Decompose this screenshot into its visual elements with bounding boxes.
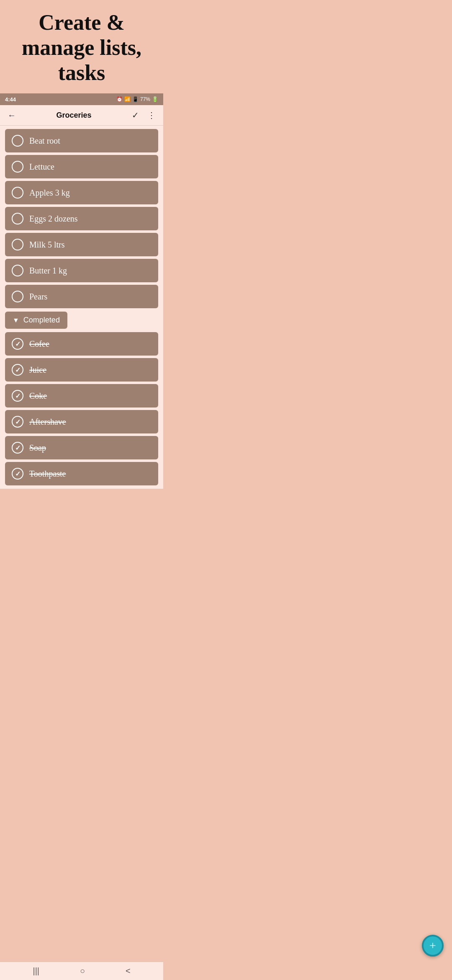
completed-header[interactable]: ▼ Completed: [5, 312, 67, 329]
list-item[interactable]: ✓ Soap: [5, 436, 158, 459]
check-icon: ✓: [15, 418, 21, 426]
back-button[interactable]: ←: [7, 110, 17, 121]
list-item[interactable]: ✓ Juice: [5, 358, 158, 382]
status-icons: ⏰ 📶 📱 77% 🔋: [116, 96, 158, 102]
checkbox-checked[interactable]: ✓: [12, 468, 23, 480]
list-item[interactable]: Eggs 2 dozens: [5, 207, 158, 230]
check-button[interactable]: ✓: [131, 109, 140, 121]
status-time: 4:44: [5, 96, 16, 103]
list-item[interactable]: Apples 3 kg: [5, 181, 158, 204]
item-label: Butter 1 kg: [29, 266, 67, 276]
checkbox-checked[interactable]: ✓: [12, 364, 23, 376]
check-icon: ✓: [15, 340, 21, 348]
checkbox-checked[interactable]: ✓: [12, 390, 23, 402]
hero-title: Create & manage lists, tasks: [0, 0, 163, 93]
checkbox-checked[interactable]: ✓: [12, 416, 23, 428]
app-bar-title: Groceries: [56, 111, 91, 120]
checkbox-checked[interactable]: ✓: [12, 338, 23, 350]
item-label-completed: Cofee: [29, 339, 49, 349]
list-item[interactable]: Pears: [5, 285, 158, 308]
list-item[interactable]: Beat root: [5, 129, 158, 152]
completed-items-list: ✓ Cofee ✓ Juice ✓ Coke ✓ Aftershave ✓ So…: [5, 332, 158, 485]
check-icon: ✓: [15, 392, 21, 400]
check-icon: ✓: [15, 470, 21, 478]
item-label: Lettuce: [29, 162, 54, 172]
main-list: Beat root Lettuce Apples 3 kg Eggs 2 doz…: [0, 126, 163, 489]
check-icon: ✓: [15, 366, 21, 374]
checkbox[interactable]: [12, 135, 23, 147]
item-label-completed: Coke: [29, 391, 47, 401]
item-label: Beat root: [29, 136, 60, 146]
list-item[interactable]: ✓ Cofee: [5, 332, 158, 356]
list-item[interactable]: ✓ Coke: [5, 384, 158, 407]
alarm-icon: ⏰: [116, 96, 123, 102]
list-item[interactable]: Lettuce: [5, 155, 158, 178]
checkbox[interactable]: [12, 161, 23, 173]
checkbox[interactable]: [12, 265, 23, 276]
item-label-completed: Juice: [29, 365, 46, 375]
item-label: Milk 5 ltrs: [29, 240, 64, 250]
item-label: Pears: [29, 292, 47, 302]
signal-icon: 📱: [132, 96, 139, 102]
list-item[interactable]: Milk 5 ltrs: [5, 233, 158, 256]
item-label-completed: Aftershave: [29, 417, 66, 427]
more-button[interactable]: ⋮: [146, 109, 157, 121]
battery-text: 77%: [140, 96, 150, 102]
pending-items-list: Beat root Lettuce Apples 3 kg Eggs 2 doz…: [5, 129, 158, 308]
checkbox[interactable]: [12, 239, 23, 250]
battery-icon: 🔋: [152, 96, 158, 102]
chevron-down-icon: ▼: [13, 317, 19, 324]
list-item[interactable]: ✓ Toothpaste: [5, 462, 158, 485]
item-label-completed: Toothpaste: [29, 469, 66, 479]
checkbox-checked[interactable]: ✓: [12, 442, 23, 454]
checkbox[interactable]: [12, 213, 23, 224]
item-label: Eggs 2 dozens: [29, 214, 78, 224]
checkbox[interactable]: [12, 291, 23, 302]
check-icon: ✓: [15, 444, 21, 452]
status-bar: 4:44 ⏰ 📶 📱 77% 🔋: [0, 93, 163, 105]
app-bar: ← Groceries ✓ ⋮: [0, 105, 163, 126]
item-label-completed: Soap: [29, 443, 46, 453]
app-bar-actions: ✓ ⋮: [131, 109, 157, 121]
checkbox[interactable]: [12, 187, 23, 199]
wifi-icon: 📶: [124, 96, 131, 102]
list-item[interactable]: Butter 1 kg: [5, 259, 158, 282]
list-item[interactable]: ✓ Aftershave: [5, 410, 158, 433]
completed-label: Completed: [23, 316, 60, 325]
item-label: Apples 3 kg: [29, 188, 70, 198]
